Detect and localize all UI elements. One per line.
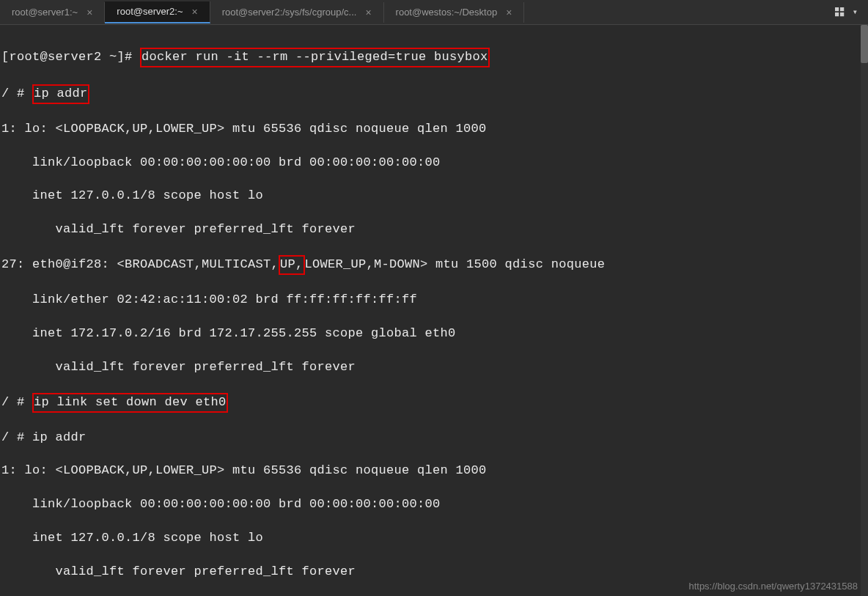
watermark: https://blog.csdn.net/qwerty1372431588 xyxy=(688,581,858,592)
output-line: inet 127.0.0.1/8 scope host lo xyxy=(1,188,867,205)
close-icon[interactable]: × xyxy=(365,7,371,18)
svg-rect-0 xyxy=(835,7,839,11)
chevron-down-icon[interactable]: ▾ xyxy=(853,7,858,18)
close-icon[interactable]: × xyxy=(192,6,198,18)
shell-prompt: / # xyxy=(1,395,32,409)
output-line: inet 127.0.0.1/8 scope host lo xyxy=(1,530,867,547)
output-line: / # ip addr xyxy=(1,430,867,446)
output-line: 1: lo: <LOOPBACK,UP,LOWER_UP> mtu 65536 … xyxy=(1,121,867,138)
output-line: valid_lft forever preferred_lft forever xyxy=(1,221,867,238)
tab-label: root@server2:/sys/fs/cgroup/c... xyxy=(222,7,357,18)
svg-rect-1 xyxy=(840,7,844,11)
tabbar-actions: ▾ xyxy=(835,7,868,18)
shell-prompt: / # xyxy=(1,87,32,100)
output-line: inet 172.17.0.2/16 brd 172.17.255.255 sc… xyxy=(1,325,867,342)
highlight-cmd-linkdown: ip link set down dev eth0 xyxy=(32,393,228,413)
tab-3[interactable]: root@server2:/sys/fs/cgroup/c... × xyxy=(210,2,384,23)
output-line: link/loopback 00:00:00:00:00:00 brd 00:0… xyxy=(1,155,867,172)
output-line: LOWER_UP,M-DOWN> mtu 1500 qdisc noqueue xyxy=(305,257,606,271)
grid-icon[interactable] xyxy=(835,7,845,18)
output-line: link/ether 02:42:ac:11:00:02 brd ff:ff:f… xyxy=(1,292,867,309)
svg-rect-3 xyxy=(840,12,844,16)
tab-label: root@server2:~ xyxy=(117,6,183,17)
tab-2[interactable]: root@server2:~ × xyxy=(105,1,210,23)
output-line: valid_lft forever preferred_lft forever xyxy=(1,359,867,376)
svg-rect-2 xyxy=(835,12,839,16)
scrollbar-thumb[interactable] xyxy=(861,25,868,63)
tab-1[interactable]: root@server1:~ × xyxy=(0,2,105,23)
tab-label: root@westos:~/Desktop xyxy=(396,7,498,18)
output-line: 1: lo: <LOOPBACK,UP,LOWER_UP> mtu 65536 … xyxy=(1,463,867,479)
output-line: link/loopback 00:00:00:00:00:00 brd 00:0… xyxy=(1,496,867,513)
tabbar: root@server1:~ × root@server2:~ × root@s… xyxy=(0,0,868,25)
output-line: valid_lft forever preferred_lft forever xyxy=(1,564,867,581)
shell-prompt: [root@server2 ~]# xyxy=(1,50,140,64)
highlight-cmd-ipaddr: ip addr xyxy=(32,84,89,104)
tab-4[interactable]: root@westos:~/Desktop × xyxy=(384,2,525,23)
terminal-output[interactable]: [root@server2 ~]# docker run -it --rm --… xyxy=(0,25,868,596)
output-line: 27: eth0@if28: <BROADCAST,MULTICAST, xyxy=(1,257,279,271)
scrollbar[interactable] xyxy=(861,25,868,596)
close-icon[interactable]: × xyxy=(506,7,512,18)
close-icon[interactable]: × xyxy=(87,7,92,18)
highlight-up: UP, xyxy=(279,255,305,275)
tab-label: root@server1:~ xyxy=(12,7,78,18)
highlight-cmd-docker: docker run -it --rm --privileged=true bu… xyxy=(140,48,490,67)
